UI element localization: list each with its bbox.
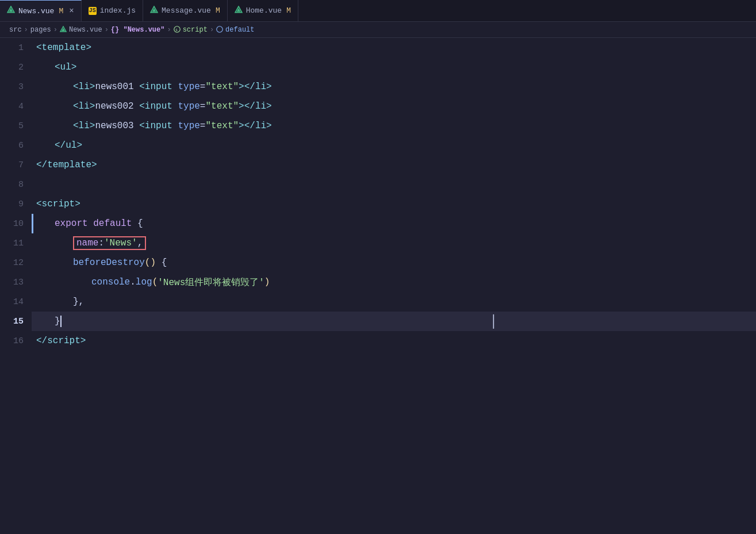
breadcrumb-sep2: › (53, 26, 57, 34)
editor: 1 2 3 4 5 6 7 8 9 10 11 12 13 14 15 16 <… (0, 38, 756, 534)
i-beam-cursor: │ (490, 314, 497, 329)
line-num-6: 6 (0, 136, 32, 155)
line-num-7: 7 (0, 155, 32, 175)
code-line-15: } │ (32, 312, 756, 331)
line-num-2: 2 (0, 57, 32, 77)
tab-news-vue-modified: M (59, 7, 63, 16)
breadcrumb-sep1: › (24, 26, 28, 34)
code-line-5: <li>news003 <input type="text"></li> (32, 116, 756, 136)
tab-index-js-label: index.js (100, 6, 136, 15)
breadcrumb-script-icon: s (174, 26, 181, 34)
code-line-10: export default { (32, 214, 756, 233)
code-line-3: <li>news001 <input type="text"></li> (32, 77, 756, 97)
line-num-5: 5 (0, 116, 32, 136)
tab-message-vue-modified: M (216, 6, 220, 15)
code-line-12: beforeDestroy() { (32, 253, 756, 272)
svg-point-10 (217, 26, 223, 33)
vue-icon-news (7, 6, 15, 16)
line-num-1: 1 (0, 38, 32, 57)
code-line-16: </script> (32, 331, 756, 351)
line-num-16: 16 (0, 331, 32, 351)
breadcrumb-pages: pages (30, 26, 51, 34)
line-num-9: 9 (0, 194, 32, 214)
code-line-8 (32, 175, 756, 194)
vue-icon-message (150, 6, 158, 16)
code-line-6: </ul> (32, 136, 756, 155)
code-area[interactable]: <template> <ul> <li>news001 <input type=… (32, 38, 756, 534)
line-num-12: 12 (0, 253, 32, 272)
tab-home-vue[interactable]: Home.vue M (228, 0, 298, 21)
tab-index-js[interactable]: JS index.js (82, 0, 143, 21)
line-num-11: 11 (0, 233, 32, 253)
tab-message-vue-label: Message.vue (162, 6, 211, 15)
line-num-13: 13 (0, 272, 32, 292)
code-line-9: <script> (32, 194, 756, 214)
line-num-4: 4 (0, 97, 32, 116)
js-icon-index: JS (89, 7, 97, 15)
code-line-2: <ul> (32, 57, 756, 77)
breadcrumb-sep5: › (210, 26, 214, 34)
breadcrumb-sep4: › (167, 26, 171, 34)
breadcrumb-default-icon (216, 26, 223, 34)
code-line-7: </template> (32, 155, 756, 175)
vue-icon-home (235, 6, 243, 16)
breadcrumb-news-vue: News.vue (69, 26, 102, 34)
breadcrumb-curly: {} "News.vue" (111, 26, 165, 34)
svg-text:s: s (175, 28, 178, 32)
line-numbers: 1 2 3 4 5 6 7 8 9 10 11 12 13 14 15 16 (0, 38, 32, 534)
name-news-highlight: name:'News', (73, 236, 146, 250)
tab-home-vue-modified: M (286, 6, 291, 15)
tab-bar: News.vue M × JS index.js Message.vue M H… (0, 0, 756, 22)
tab-news-vue-close[interactable]: × (69, 6, 74, 16)
tab-home-vue-label: Home.vue (246, 6, 282, 15)
breadcrumb-src: src (9, 26, 22, 34)
tab-news-vue-label: News.vue (18, 7, 54, 16)
code-line-11: name:'News', (32, 233, 756, 253)
breadcrumb: src › pages › News.vue › {} "News.vue" ›… (0, 22, 756, 38)
line-num-14: 14 (0, 292, 32, 312)
breadcrumb-script: script (183, 26, 208, 34)
line-num-10: 10 (0, 214, 32, 233)
breadcrumb-sep3: › (105, 26, 109, 34)
breadcrumb-default: default (225, 26, 254, 34)
code-line-4: <li>news002 <input type="text"></li> (32, 97, 756, 116)
code-line-13: console.log('News组件即将被销毁了') (32, 272, 756, 292)
line-num-3: 3 (0, 77, 32, 97)
code-line-14: }, (32, 292, 756, 312)
line-num-8: 8 (0, 175, 32, 194)
breadcrumb-vue-icon (60, 26, 67, 34)
code-line-1: <template> (32, 38, 756, 57)
line-num-15: 15 (0, 312, 32, 331)
tab-message-vue[interactable]: Message.vue M (143, 0, 228, 21)
tab-news-vue[interactable]: News.vue M × (0, 0, 82, 21)
